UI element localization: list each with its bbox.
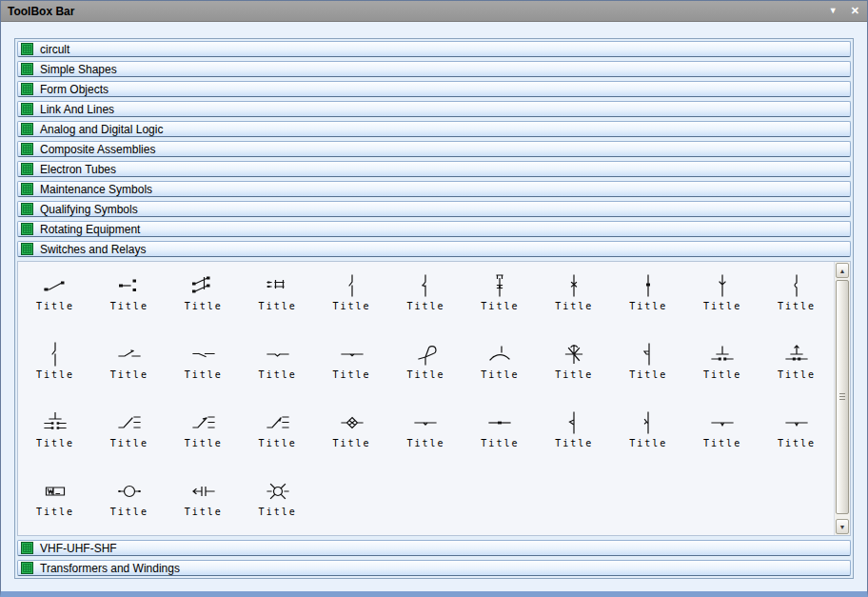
palette-item[interactable]: Title bbox=[760, 334, 834, 403]
diamond-x-icon bbox=[340, 410, 365, 435]
palette-item[interactable]: Title bbox=[611, 334, 685, 403]
scroll-down-icon: ▼ bbox=[839, 524, 846, 530]
palette-item[interactable]: Title bbox=[92, 266, 167, 334]
category-label: Link And Lines bbox=[40, 103, 114, 116]
palette-item[interactable]: Title bbox=[241, 334, 315, 403]
palette-item[interactable]: Title bbox=[685, 403, 760, 471]
palette-item[interactable]: Title bbox=[18, 266, 92, 334]
close-button[interactable]: ✕ bbox=[851, 6, 859, 16]
palette-item-label: Title bbox=[406, 301, 444, 311]
palette-item[interactable]: Title bbox=[167, 471, 241, 536]
fuse-v-icon bbox=[487, 273, 512, 298]
palette-item[interactable]: Title bbox=[18, 334, 92, 403]
sw-closed-notch-icon bbox=[266, 342, 290, 367]
h-break-triangle-2-icon bbox=[784, 410, 809, 435]
palette-item[interactable]: Title bbox=[537, 403, 611, 471]
palette-item[interactable]: Title bbox=[611, 266, 685, 334]
scroll-up-icon: ▲ bbox=[839, 268, 846, 274]
palette-item[interactable]: Title bbox=[241, 266, 315, 334]
palette-item-label: Title bbox=[555, 301, 593, 311]
category-header-maintenance-symbols[interactable]: Maintenance Symbols bbox=[17, 181, 851, 197]
category-label: Analog and Digital Logic bbox=[40, 123, 163, 136]
multi-contact-arrow-icon bbox=[191, 410, 216, 435]
category-header-electron-tubes[interactable]: Electron Tubes bbox=[17, 161, 851, 177]
palette-item[interactable]: Title bbox=[241, 471, 315, 536]
palette-item[interactable]: Title bbox=[389, 334, 464, 403]
palette-item[interactable]: Title bbox=[315, 403, 389, 471]
palette-item-label: Title bbox=[110, 369, 148, 380]
category-label: Qualifying Symbols bbox=[40, 203, 138, 216]
palette-item[interactable]: Title bbox=[389, 266, 464, 334]
palette-item[interactable]: Title bbox=[167, 266, 241, 334]
category-header-composite-assemblies[interactable]: Composite Assemblies bbox=[17, 141, 851, 157]
palette-item-label: Title bbox=[36, 369, 74, 380]
category-stack: circultSimple ShapesForm ObjectsLink And… bbox=[14, 38, 854, 579]
titlebar[interactable]: ToolBox Bar ▼ ✕ bbox=[1, 1, 867, 22]
palette-item[interactable]: Title bbox=[167, 403, 241, 471]
palette-item[interactable]: Title bbox=[18, 403, 92, 471]
sw-open-h-icon bbox=[43, 273, 68, 298]
scroll-up-button[interactable]: ▲ bbox=[836, 263, 849, 278]
sw-v-arrow-icon bbox=[710, 273, 735, 298]
palette-item[interactable]: Title bbox=[685, 334, 760, 403]
palette-scrollbar[interactable]: ▲▼ bbox=[834, 262, 850, 535]
category-header-transformers-and-windings[interactable]: Transformers and Windings bbox=[17, 560, 851, 576]
palette-item-label: Title bbox=[703, 369, 741, 380]
palette-item-label: Title bbox=[36, 301, 74, 311]
lamp-circle-icon bbox=[117, 479, 142, 504]
category-grid-icon bbox=[21, 163, 33, 175]
scrollbar-thumb[interactable] bbox=[836, 280, 849, 514]
palette-item[interactable]: Title bbox=[315, 334, 389, 403]
palette-item[interactable]: Title bbox=[463, 334, 537, 403]
palette-item[interactable]: Title bbox=[685, 266, 760, 334]
palette-item[interactable]: Title bbox=[18, 471, 92, 536]
palette-item[interactable]: Title bbox=[537, 266, 611, 334]
category-grid-icon bbox=[21, 223, 33, 235]
palette-item[interactable]: Title bbox=[92, 471, 167, 536]
category-header-vhf-uhf-shf[interactable]: VHF-UHF-SHF bbox=[17, 540, 851, 556]
category-grid-icon bbox=[21, 203, 33, 215]
palette-item[interactable]: Title bbox=[760, 403, 834, 471]
category-label: Maintenance Symbols bbox=[40, 183, 152, 196]
category-header-circult[interactable]: circult bbox=[17, 41, 851, 57]
palette-item-label: Title bbox=[333, 301, 371, 311]
multi-contact-arrow2-icon bbox=[266, 410, 290, 435]
category-header-rotating-equipment[interactable]: Rotating Equipment bbox=[17, 221, 851, 237]
palette-item[interactable]: Title bbox=[167, 334, 241, 403]
palette-item[interactable]: Title bbox=[463, 266, 537, 334]
wiper-arc-icon bbox=[487, 342, 512, 367]
collapse-button[interactable]: ▼ bbox=[829, 7, 838, 15]
sw-v-tall-icon bbox=[43, 342, 68, 367]
palette-item[interactable]: Title bbox=[92, 334, 167, 403]
category-grid-icon bbox=[21, 43, 33, 55]
palette-item-label: Title bbox=[629, 301, 667, 311]
palette-item-label: Title bbox=[259, 369, 297, 380]
category-header-link-and-lines[interactable]: Link And Lines bbox=[17, 101, 851, 117]
palette-item[interactable]: Title bbox=[92, 403, 167, 471]
category-grid-icon bbox=[21, 123, 33, 135]
palette-item-label: Title bbox=[185, 507, 223, 517]
palette-item[interactable]: Title bbox=[760, 266, 834, 334]
palette-item[interactable]: Title bbox=[537, 334, 611, 403]
palette-item[interactable]: Title bbox=[315, 266, 389, 334]
sw-v-square-icon bbox=[636, 273, 661, 298]
palette-item[interactable]: Title bbox=[241, 403, 315, 471]
category-header-simple-shapes[interactable]: Simple Shapes bbox=[17, 61, 851, 77]
palette-item-label: Title bbox=[406, 438, 444, 448]
scrollbar-track[interactable] bbox=[836, 279, 849, 518]
category-label: Electron Tubes bbox=[40, 163, 116, 176]
toolbox-content: circultSimple ShapesForm ObjectsLink And… bbox=[4, 23, 864, 591]
palette-item[interactable]: Title bbox=[611, 403, 685, 471]
palette-item-label: Title bbox=[110, 301, 148, 311]
scroll-down-button[interactable]: ▼ bbox=[836, 519, 849, 534]
category-header-qualifying-symbols[interactable]: Qualifying Symbols bbox=[17, 201, 851, 217]
category-header-form-objects[interactable]: Form Objects bbox=[17, 81, 851, 97]
category-header-analog-and-digital-logic[interactable]: Analog and Digital Logic bbox=[17, 121, 851, 137]
h-notch-square-icon bbox=[487, 410, 512, 435]
palette-item[interactable]: Title bbox=[463, 403, 537, 471]
palette-item[interactable]: Title bbox=[389, 403, 464, 471]
palette-item-label: Title bbox=[110, 438, 148, 448]
category-header-switches-and-relays[interactable]: Switches and Relays bbox=[17, 241, 851, 257]
category-label: circult bbox=[40, 43, 69, 56]
category-label: Switches and Relays bbox=[40, 243, 146, 256]
